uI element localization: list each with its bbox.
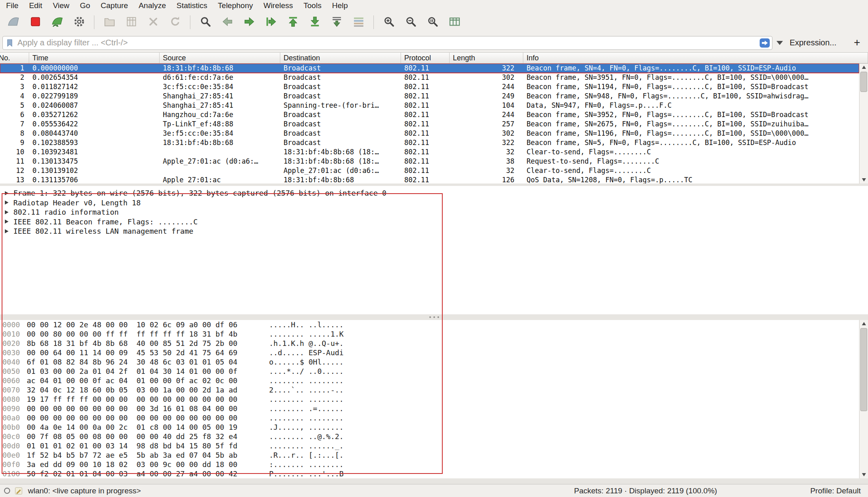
zoom-out-button[interactable] (402, 13, 420, 31)
expander-triangle-icon[interactable] (5, 229, 9, 233)
close-file-button[interactable] (144, 13, 162, 31)
last-packet-button[interactable] (306, 13, 324, 31)
first-packet-button[interactable] (284, 13, 302, 31)
scroll-down-arrow[interactable] (859, 471, 868, 478)
column-header-info[interactable]: Info (523, 53, 868, 63)
hex-row-00b0[interactable]: 00b000 4a 0e 14 00 0a 00 2c 01 c8 00 14 … (2, 422, 859, 432)
packet-row-12[interactable]: 120.130139102Apple_27:01:ac (d0:a6:…802.… (0, 166, 859, 175)
find-packet-button[interactable] (196, 13, 214, 31)
go-forward-button[interactable] (240, 13, 258, 31)
column-header-protocol[interactable]: Protocol (401, 53, 450, 63)
bookmark-icon[interactable] (5, 38, 14, 47)
packet-row-9[interactable]: 90.10238859318:31:bf:4b:8b:68Broadcast80… (0, 138, 859, 147)
packet-row-13[interactable]: 130.131135706Apple_27:01:ac18:31:bf:4b:8… (0, 175, 859, 183)
packet-list-scrollbar[interactable] (859, 64, 868, 183)
packet-row-5[interactable]: 50.024060087Shanghai_27:85:41Spanning-tr… (0, 101, 859, 110)
hex-scrollbar[interactable] (859, 320, 868, 478)
column-header-no[interactable]: No. (0, 53, 29, 63)
hex-row-00e0[interactable]: 00e01f 52 b4 b5 b7 72 ae e5 5b ab 3a ed … (2, 450, 859, 460)
toolbar-separator (190, 15, 190, 29)
scrollbar-track[interactable] (859, 327, 868, 471)
menu-item-view[interactable]: View (47, 0, 75, 11)
save-file-button[interactable] (122, 13, 140, 31)
menu-item-capture[interactable]: Capture (96, 0, 134, 11)
detail-line-1[interactable]: Frame 1: 322 bytes on wire (2576 bits), … (4, 188, 868, 198)
go-back-button[interactable] (218, 13, 236, 31)
scroll-up-arrow[interactable] (859, 64, 868, 71)
packet-row-8[interactable]: 80.0804437403e:f5:cc:0e:35:84Broadcast80… (0, 129, 859, 138)
expression-button[interactable]: Expression... (789, 38, 836, 47)
start-capture-button[interactable] (4, 13, 22, 31)
menu-item-wireless[interactable]: Wireless (258, 0, 298, 11)
reload-button[interactable] (166, 13, 184, 31)
hex-row-0010[interactable]: 001000 00 80 00 00 00 ff ff ff ff ff ff … (2, 329, 859, 339)
menu-item-file[interactable]: File (1, 0, 24, 11)
add-filter-button[interactable]: + (850, 36, 864, 49)
hex-offset: 0020 (2, 339, 27, 348)
column-header-length[interactable]: Length (450, 53, 523, 63)
scrollbar-thumb[interactable] (860, 72, 867, 92)
menu-item-tools[interactable]: Tools (298, 0, 326, 11)
column-header-source[interactable]: Source (160, 53, 280, 63)
scrollbar-thumb[interactable] (860, 328, 867, 411)
hex-row-00f0[interactable]: 00f03a ed dd 09 00 10 18 02 03 00 9c 00 … (2, 460, 859, 469)
filter-history-dropdown-icon[interactable] (776, 41, 783, 45)
scroll-down-arrow[interactable] (859, 176, 868, 183)
zoom-in-button[interactable] (380, 13, 398, 31)
menu-item-go[interactable]: Go (75, 0, 95, 11)
colorize-button[interactable] (350, 13, 367, 31)
expert-info-icon[interactable] (14, 486, 23, 495)
packet-row-10[interactable]: 100.10392348118:31:bf:4b:8b:68 (18:…802.… (0, 147, 859, 157)
column-header-destination[interactable]: Destination (280, 53, 401, 63)
detail-line-4[interactable]: IEEE 802.11 Beacon frame, Flags: .......… (4, 217, 868, 227)
hex-row-0070[interactable]: 007032 04 0c 12 18 60 0b 05 03 00 1a 00 … (2, 385, 859, 395)
hex-row-0100[interactable]: 010050 f2 02 01 01 84 00 03 a4 00 00 27 … (2, 469, 859, 478)
detail-line-3[interactable]: 802.11 radio information (4, 207, 868, 217)
packet-row-4[interactable]: 40.022799189Shanghai_27:85:41Broadcast80… (0, 92, 859, 101)
hex-row-0030[interactable]: 003000 00 64 00 11 14 00 09 45 53 50 2d … (2, 348, 859, 357)
go-to-packet-button[interactable] (262, 13, 280, 31)
hex-row-0040[interactable]: 00406f 01 08 82 84 8b 96 24 30 48 6c 03 … (2, 357, 859, 367)
hex-row-0060[interactable]: 0060ac 04 01 00 00 0f ac 04 01 00 00 0f … (2, 376, 859, 385)
hex-row-0080[interactable]: 008019 17 ff ff ff 00 00 00 00 00 00 00 … (2, 395, 859, 404)
packet-row-7[interactable]: 70.055536422Tp-LinkT_ef:48:88Broadcast80… (0, 119, 859, 129)
open-file-button[interactable] (100, 13, 118, 31)
packet-row-1[interactable]: 10.00000000018:31:bf:4b:8b:68Broadcast80… (0, 64, 859, 73)
hex-row-0020[interactable]: 00208b 68 18 31 bf 4b 8b 68 40 00 85 51 … (2, 339, 859, 348)
resize-columns-button[interactable] (446, 13, 463, 31)
profile-label[interactable]: Profile: Default (810, 486, 861, 495)
zoom-reset-button[interactable] (424, 13, 441, 31)
scrollbar-track[interactable] (859, 71, 868, 176)
display-filter-input[interactable] (14, 38, 758, 47)
scroll-up-arrow[interactable] (859, 320, 868, 327)
expander-triangle-icon[interactable] (5, 191, 9, 195)
expander-triangle-icon[interactable] (5, 210, 9, 214)
hex-row-0090[interactable]: 009000 00 00 00 00 00 00 00 00 3d 16 01 … (2, 404, 859, 413)
packet-row-6[interactable]: 60.035271262Hangzhou_cd:7a:6eBroadcast80… (0, 110, 859, 119)
menu-item-analyze[interactable]: Analyze (133, 0, 171, 11)
detail-line-5[interactable]: IEEE 802.11 wireless LAN management fram… (4, 226, 868, 236)
stop-capture-button[interactable] (26, 13, 44, 31)
packet-row-3[interactable]: 30.0118271423c:f5:cc:0e:35:84Broadcast80… (0, 82, 859, 92)
menu-item-statistics[interactable]: Statistics (171, 0, 213, 11)
expander-triangle-icon[interactable] (5, 220, 9, 224)
capture-status-icon[interactable] (4, 488, 10, 494)
menu-item-edit[interactable]: Edit (24, 0, 48, 11)
hex-row-0000[interactable]: 000000 00 12 00 2e 48 00 00 10 02 6c 09 … (2, 320, 859, 329)
auto-scroll-button[interactable] (328, 13, 345, 31)
hex-row-00a0[interactable]: 00a000 00 00 00 00 00 00 00 00 00 00 00 … (2, 413, 859, 422)
packet-row-11[interactable]: 110.130133475Apple_27:01:ac (d0:a6:…18:3… (0, 157, 859, 166)
menu-item-telephony[interactable]: Telephony (213, 0, 258, 11)
column-header-time[interactable]: Time (29, 53, 160, 63)
capture-options-button[interactable] (70, 13, 88, 31)
expander-triangle-icon[interactable] (5, 201, 9, 205)
hex-row-0050[interactable]: 005001 03 00 00 2a 01 04 2f 01 04 30 14 … (2, 367, 859, 376)
packet-row-2[interactable]: 20.002654354d6:61:fe:cd:7a:6eBroadcast80… (0, 73, 859, 82)
hex-row-00d0[interactable]: 00d001 01 01 02 01 00 03 14 98 d8 bd b4 … (2, 441, 859, 450)
pane-splitter-handle[interactable] (0, 314, 868, 320)
detail-line-2[interactable]: Radiotap Header v0, Length 18 (4, 198, 868, 208)
apply-filter-button[interactable] (759, 38, 771, 48)
hex-row-00c0[interactable]: 00c000 7f 08 05 00 08 00 00 00 00 40 dd … (2, 432, 859, 441)
restart-capture-button[interactable] (48, 13, 66, 31)
menu-item-help[interactable]: Help (327, 0, 353, 11)
